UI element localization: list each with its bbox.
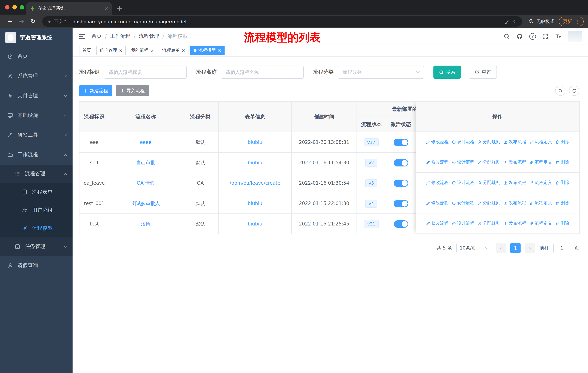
search-icon[interactable]: [504, 33, 510, 40]
modify-process-link[interactable]: 修改流程: [426, 139, 449, 145]
active-status-toggle[interactable]: [394, 159, 408, 166]
modify-process-link[interactable]: 修改流程: [426, 200, 449, 206]
tag-close-icon[interactable]: ×: [150, 48, 154, 53]
tab-close-icon[interactable]: ×: [104, 6, 108, 11]
page-size-select[interactable]: 10条/页: [456, 243, 491, 253]
tag-item[interactable]: 租户管理 ×: [96, 46, 126, 55]
tag-item[interactable]: 流程表单 ×: [159, 46, 189, 55]
tag-item[interactable]: 流程模型 ×: [190, 46, 225, 55]
design-process-link[interactable]: 设计流程: [452, 220, 474, 227]
modify-process-link[interactable]: 修改流程: [426, 180, 449, 186]
import-process-button[interactable]: 导入流程: [116, 85, 149, 96]
process-definition-link[interactable]: 流程定义: [529, 180, 552, 186]
design-process-link[interactable]: 设计流程: [452, 159, 474, 165]
assign-rule-link[interactable]: 分配规则: [477, 180, 500, 186]
category-select[interactable]: 流程分类: [338, 66, 424, 79]
active-status-toggle[interactable]: [394, 220, 408, 227]
tag-item[interactable]: 首页 ×: [79, 46, 94, 55]
font-size-icon[interactable]: [555, 33, 561, 40]
process-definition-link[interactable]: 流程定义: [529, 159, 552, 165]
macos-zoom-button[interactable]: [20, 5, 24, 10]
form-info-link[interactable]: biubiu: [248, 221, 262, 227]
hamburger-icon[interactable]: [78, 33, 86, 40]
breadcrumb-workflow[interactable]: 工作流程: [110, 33, 130, 40]
browser-menu-icon[interactable]: ⋮: [575, 19, 580, 24]
modify-process-link[interactable]: 修改流程: [426, 159, 449, 165]
design-process-link[interactable]: 设计流程: [452, 139, 474, 145]
active-status-toggle[interactable]: [394, 179, 408, 187]
user-avatar[interactable]: [567, 30, 582, 42]
process-name-link[interactable]: 自己审批: [136, 160, 155, 165]
prev-page-button[interactable]: ‹: [496, 243, 506, 253]
toggle-search-button[interactable]: [555, 86, 565, 96]
browser-update-button[interactable]: 更新 ⋮: [559, 17, 584, 26]
sidebar-item-home[interactable]: 首页: [0, 47, 73, 66]
address-bar[interactable]: ⚠ 不安全 dashboard.yudao.iocoder.cn/bpm/man…: [42, 16, 522, 27]
next-page-button[interactable]: ›: [525, 243, 535, 253]
refresh-table-button[interactable]: [569, 86, 579, 96]
help-icon[interactable]: ?: [529, 33, 536, 40]
active-status-toggle[interactable]: [394, 139, 408, 146]
browser-tab[interactable]: 芋道管理系统 ×: [26, 2, 112, 15]
sidebar-item-devtools[interactable]: 研发工具: [0, 125, 73, 145]
sidebar-item-system[interactable]: 系统管理: [0, 66, 73, 86]
publish-process-link[interactable]: 发布流程: [503, 200, 526, 206]
fullscreen-icon[interactable]: [542, 33, 549, 40]
process-name-link[interactable]: OA 请假: [137, 180, 155, 186]
process-name-link[interactable]: 滔博: [141, 221, 150, 226]
sidebar-item-leave-query[interactable]: 请假查询: [0, 256, 73, 275]
publish-process-link[interactable]: 发布流程: [503, 139, 526, 145]
assign-rule-link[interactable]: 分配规则: [477, 159, 500, 165]
form-info-link[interactable]: biubiu: [248, 160, 262, 165]
forward-button[interactable]: →: [19, 19, 24, 24]
tag-item[interactable]: 我的流程 ×: [128, 46, 157, 55]
delete-process-link[interactable]: 删除: [555, 200, 569, 206]
sidebar-item-task-mgmt[interactable]: 任务管理: [0, 238, 73, 256]
back-button[interactable]: ←: [8, 19, 13, 24]
sidebar-item-process-form[interactable]: 流程表单: [0, 183, 73, 201]
process-definition-link[interactable]: 流程定义: [529, 220, 552, 227]
form-info-link[interactable]: /bpm/oa/leave/create: [230, 180, 280, 186]
process-name-input[interactable]: [221, 66, 304, 79]
goto-page-input[interactable]: [553, 243, 570, 253]
form-info-link[interactable]: biubiu: [248, 140, 262, 145]
publish-process-link[interactable]: 发布流程: [503, 159, 526, 165]
app-logo[interactable]: 芋道管理系统: [0, 28, 73, 47]
sidebar-item-infrastructure[interactable]: 基础设施: [0, 106, 73, 125]
delete-process-link[interactable]: 删除: [555, 180, 569, 186]
tag-close-icon[interactable]: ×: [119, 48, 123, 53]
macos-close-button[interactable]: [5, 5, 10, 10]
reload-button[interactable]: ↻: [31, 19, 36, 24]
publish-process-link[interactable]: 发布流程: [503, 220, 526, 227]
bookmark-star-icon[interactable]: ☆: [512, 18, 517, 25]
process-id-input[interactable]: [104, 66, 187, 79]
delete-process-link[interactable]: 删除: [555, 139, 569, 145]
create-process-button[interactable]: + 新建流程: [79, 85, 112, 96]
design-process-link[interactable]: 设计流程: [452, 200, 474, 206]
delete-process-link[interactable]: 删除: [555, 220, 569, 227]
github-icon[interactable]: [516, 33, 523, 40]
process-definition-link[interactable]: 流程定义: [529, 139, 552, 145]
process-definition-link[interactable]: 流程定义: [529, 200, 552, 206]
breadcrumb-process-mgmt[interactable]: 流程管理: [139, 33, 159, 40]
reset-button[interactable]: 重置: [469, 66, 497, 79]
assign-rule-link[interactable]: 分配规则: [477, 220, 500, 227]
process-name-link[interactable]: 测试多审批人: [131, 201, 160, 206]
design-process-link[interactable]: 设计流程: [452, 180, 474, 186]
delete-process-link[interactable]: 删除: [555, 159, 569, 165]
new-tab-button[interactable]: +: [116, 4, 123, 12]
active-status-toggle[interactable]: [394, 200, 408, 207]
assign-rule-link[interactable]: 分配规则: [477, 139, 500, 145]
tag-close-icon[interactable]: ×: [218, 48, 221, 53]
assign-rule-link[interactable]: 分配规则: [477, 200, 500, 206]
publish-process-link[interactable]: 发布流程: [503, 180, 526, 186]
sidebar-item-payment[interactable]: ¥ 支付管理: [0, 86, 73, 106]
search-button[interactable]: 搜索: [433, 66, 461, 79]
sidebar-item-user-group[interactable]: 用户分组: [0, 201, 73, 219]
sidebar-item-process-mgmt[interactable]: 流程管理: [0, 165, 73, 183]
password-key-icon[interactable]: [504, 19, 510, 24]
process-name-link[interactable]: eeee: [140, 140, 151, 145]
tag-close-icon[interactable]: ×: [181, 48, 185, 53]
sidebar-item-process-model[interactable]: 流程模型: [0, 219, 73, 238]
modify-process-link[interactable]: 修改流程: [426, 220, 449, 227]
